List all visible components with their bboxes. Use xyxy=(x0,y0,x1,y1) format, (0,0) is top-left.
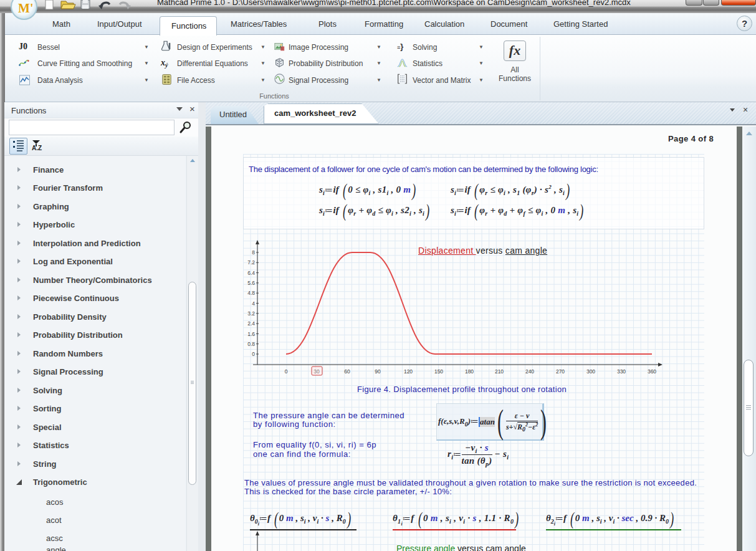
svg-text:1.6: 1.6 xyxy=(247,331,255,337)
svg-text:2.4: 2.4 xyxy=(247,320,255,327)
svg-text:0.8: 0.8 xyxy=(247,341,255,347)
svg-text:4.8: 4.8 xyxy=(247,290,255,296)
svg-text:5.6: 5.6 xyxy=(247,280,255,286)
svg-text:0: 0 xyxy=(252,351,255,357)
svg-text:360: 360 xyxy=(648,368,656,375)
svg-text:120: 120 xyxy=(404,368,413,375)
svg-text:90: 90 xyxy=(375,368,381,375)
svg-text:6.4: 6.4 xyxy=(247,270,255,276)
svg-text:270: 270 xyxy=(556,368,565,375)
svg-text:300: 300 xyxy=(586,368,595,375)
svg-text:210: 210 xyxy=(495,368,504,375)
svg-text:3.2: 3.2 xyxy=(247,310,255,317)
svg-text:60: 60 xyxy=(344,368,350,375)
svg-text:7.2: 7.2 xyxy=(247,259,255,266)
svg-text:180: 180 xyxy=(465,368,474,375)
svg-text:150: 150 xyxy=(434,368,443,375)
svg-text:A.Z: A.Z xyxy=(32,145,42,151)
svg-text:240: 240 xyxy=(525,368,534,375)
svg-text:330: 330 xyxy=(617,368,626,375)
svg-text:4: 4 xyxy=(252,300,255,307)
svg-text:8: 8 xyxy=(252,249,255,256)
svg-text:0: 0 xyxy=(285,368,288,375)
